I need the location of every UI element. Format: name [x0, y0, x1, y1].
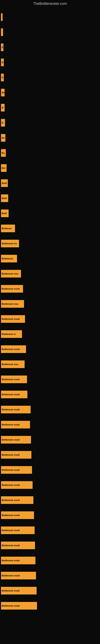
bottleneck-bar: Bottleneck result	[1, 587, 37, 594]
bar-label: Bottleneck result	[2, 408, 20, 411]
bar-label: Bottleneck resu	[2, 272, 18, 275]
bar-row: Bot	[1, 160, 100, 176]
bar-label: Bottleneck result	[2, 454, 20, 456]
bottleneck-bar: Bo	[1, 89, 4, 96]
bottleneck-bar: B	[1, 104, 4, 112]
site-title: TheBottlenecker.com	[0, 0, 100, 8]
bottleneck-bar: Bottleneck result	[1, 572, 36, 580]
bar-label: B	[2, 106, 3, 109]
bar-label: Bottleneck result	[2, 484, 20, 486]
bar-row: Bo	[1, 130, 100, 145]
bar-row: Bottleneck result	[1, 462, 100, 477]
bottleneck-bar: E	[1, 74, 4, 81]
bar-label: Bottl	[2, 182, 7, 184]
bottleneck-bar: Bottleneck result	[1, 466, 32, 474]
bar-row: Bottleneck result	[1, 342, 100, 356]
bar-row: Bottl	[1, 190, 100, 206]
bar-row: Bottleneck result	[1, 372, 100, 387]
bar-row: Bottleneck resu	[1, 296, 100, 311]
bar-label: Bottleneck res	[2, 242, 17, 245]
bar-label: Bottl	[2, 197, 7, 200]
bar-row: Bottleneck result	[1, 432, 100, 447]
bottleneck-bar: E	[1, 44, 3, 51]
bar-label: Bottleneck result	[2, 348, 20, 350]
bar-label: Bo	[2, 137, 5, 139]
bottleneck-bar: Bottleneck result	[1, 315, 25, 323]
bar-label: B	[2, 122, 3, 124]
bottleneck-bar: Bo	[1, 134, 5, 142]
bottleneck-bar: Bottleneck result	[1, 391, 27, 398]
bar-row: Bottleneck result	[1, 402, 100, 417]
bar-label: Bottleneck result	[2, 544, 20, 546]
bottleneck-bar: Bottl	[1, 194, 8, 202]
bar-label: Bottleneck resu	[2, 363, 18, 366]
bottleneck-bar: Bottleneck result	[1, 512, 34, 519]
bottleneck-bar: Bottleneck result	[1, 376, 27, 383]
bar-row: B	[1, 55, 100, 70]
bar-label: Bottl	[2, 212, 7, 214]
bottleneck-bar: Bot	[1, 164, 7, 172]
bar-row: B	[1, 115, 100, 130]
bar-label: Bottleneck result	[2, 574, 20, 577]
bar-row: Bottleneck result	[1, 311, 100, 326]
bottleneck-bar: Bottleneck resu	[1, 300, 24, 308]
bottleneck-bar: Bottleneck result	[1, 421, 30, 428]
bar-row: Bottleneck result	[1, 598, 100, 613]
bottleneck-bar: Bottleneck result	[1, 557, 35, 564]
bar-row: Bottleneck result	[1, 568, 100, 583]
bar-row: Bottl	[1, 176, 100, 190]
bar-row: Bottleneck result	[1, 553, 100, 568]
bottleneck-bar: Bottleneck result	[1, 602, 37, 610]
bar-row: Bottleneck result	[1, 447, 100, 462]
bar-row: Bottleneck result	[1, 417, 100, 432]
bar-label: Bottleneck result	[2, 559, 20, 562]
bar-label: Bottleneck result	[2, 499, 20, 501]
bar-label: Bo	[2, 152, 5, 154]
bottleneck-bar	[1, 13, 2, 21]
bar-label: Bottleneck result	[2, 318, 20, 320]
bar-label: Bottleneck result	[2, 438, 20, 441]
bottleneck-bar: Bo	[1, 149, 6, 157]
bottleneck-bar: Bottleneck result	[1, 542, 35, 549]
bottleneck-bar: Bottl	[1, 210, 9, 217]
bottleneck-bar: Bottleneck result	[1, 451, 31, 459]
bar-row: Bottleneck resu	[1, 266, 100, 281]
bar-row: Bottleneck result	[1, 583, 100, 598]
bar-label: Bo	[2, 91, 4, 94]
bar-row	[1, 10, 100, 24]
bottleneck-bar: Bottleneck re	[1, 330, 22, 338]
bar-row: B	[1, 100, 100, 115]
bottleneck-bar: B	[1, 58, 4, 66]
bottleneck-bar: Bottleneck result	[1, 496, 33, 504]
bottleneck-bar: Bottl	[1, 179, 8, 187]
bar-label: Bottleneck result	[2, 590, 20, 592]
bottleneck-bar: Bottleneck resu	[1, 360, 25, 368]
bar-row: Bottleneck resu	[1, 356, 100, 372]
bar-row: Bottleneck result	[1, 387, 100, 402]
bar-row	[1, 24, 100, 40]
bottleneck-bar: Bottleneck result	[1, 406, 31, 413]
bar-row: Bottleneck result	[1, 523, 100, 538]
bottleneck-bar: Bottlenec	[1, 224, 15, 232]
bar-label: Bottleneck result	[2, 604, 20, 607]
bar-label: E	[2, 46, 3, 48]
bottleneck-bar: Bottleneck result	[1, 526, 35, 534]
bar-label: Bottleneck result	[2, 393, 20, 396]
bar-label: B	[2, 61, 3, 64]
bar-row: Bottleneck result	[1, 492, 100, 508]
bottleneck-bar: Bottleneck result	[1, 285, 23, 292]
bar-row: Bottlenec	[1, 221, 100, 236]
site-title-container: TheBottlenecker.com	[0, 0, 100, 8]
bar-row: Bottl	[1, 206, 100, 221]
bar-row: Bottleneck result	[1, 281, 100, 296]
bottleneck-bar: Bottleneck result	[1, 481, 33, 489]
bar-row: E	[1, 40, 100, 55]
bottleneck-bar: Bottleneck	[1, 255, 17, 262]
bar-label: Bottleneck	[2, 258, 13, 260]
bar-label: Bottleneck result	[2, 378, 20, 380]
bottleneck-bar: Bottleneck result	[1, 345, 26, 353]
bar-label: Bottleneck re	[2, 333, 16, 335]
bar-label: Bottleneck result	[2, 424, 20, 426]
bottleneck-bar: Bottleneck res	[1, 240, 19, 247]
bar-label: E	[2, 76, 3, 79]
